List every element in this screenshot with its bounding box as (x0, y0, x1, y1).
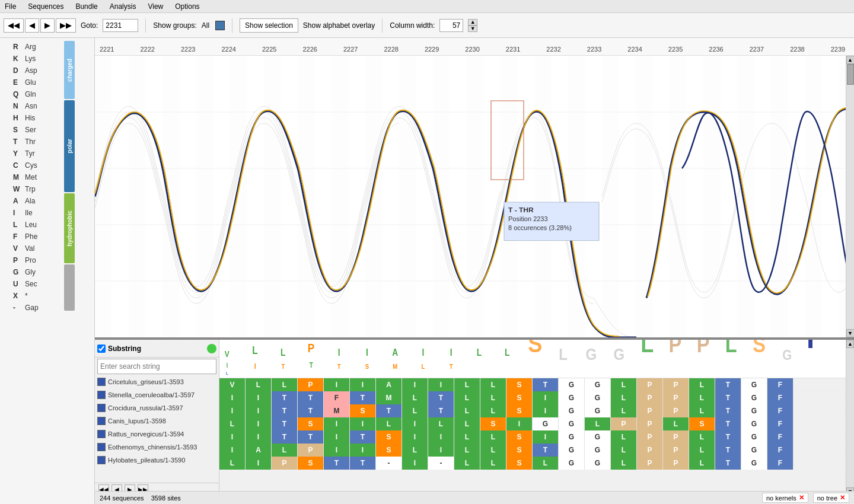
cell-5-20: G (741, 444, 767, 457)
cell-4-1: I (246, 430, 272, 444)
no-tree-button[interactable]: no tree ✕ (813, 493, 849, 503)
scroll-track[interactable] (846, 64, 855, 329)
bottom-scroll-up[interactable]: ▲ (846, 340, 854, 348)
amino-acid-sidebar: charged polar hydrophobic RArg KLys DAsp… (0, 38, 95, 504)
charged-group-bar: charged (64, 41, 75, 99)
cell-1-0: I (219, 391, 246, 404)
no-kernels-button[interactable]: no kernels ✕ (762, 493, 808, 503)
aa-name-X: * (25, 292, 28, 300)
aa-name-E: Glu (25, 78, 36, 87)
search-input-wrapper (95, 358, 219, 375)
aa-code-V: V (13, 244, 25, 253)
aa-name-gap: Gap (25, 304, 39, 312)
cell-1-17: P (663, 391, 689, 404)
scroll-up[interactable]: ▲ (846, 56, 855, 64)
menu-view[interactable]: View (145, 2, 165, 11)
show-alphabet-label[interactable]: Show alphabet overlay (303, 21, 375, 30)
seq-row-2[interactable]: Crocidura_russula/1-3597 (95, 401, 219, 414)
aa-legend: charged polar hydrophobic RArg KLys DAsp… (0, 38, 94, 504)
cell-5-19: T (715, 444, 741, 457)
seq-row-1[interactable]: Stenella_coeruleoalba/1-3597 (95, 388, 219, 401)
nav-prev[interactable]: ◀ (25, 18, 39, 33)
aa-name-Q: Gln (25, 90, 36, 98)
status-right: no kernels ✕ no tree ✕ (762, 493, 849, 503)
column-width-input[interactable] (439, 19, 463, 32)
seq-row-5[interactable]: Eothenomys_chinensis/1-3593 (95, 441, 219, 454)
cell-3-19: T (715, 417, 741, 430)
search-go-button[interactable] (207, 344, 216, 353)
aa-name-U: Sec (25, 280, 37, 288)
cell-0-4: I (324, 378, 350, 391)
menu-file[interactable]: File (2, 2, 18, 11)
menu-options[interactable]: Options (173, 2, 202, 11)
cell-0-17: P (663, 378, 689, 391)
svg-text:T: T (450, 363, 453, 370)
scroll-down[interactable]: ▼ (846, 329, 855, 337)
cell-2-6: T (376, 404, 402, 417)
bottom-right-scrollbar[interactable]: ▲ ▼ (846, 340, 854, 496)
aa-row-V: VVal (13, 243, 39, 254)
cell-4-15: L (611, 430, 637, 444)
cell-0-21: F (767, 378, 794, 391)
cell-6-15: L (611, 457, 637, 470)
aa-code-A: A (13, 197, 25, 205)
cell-6-2: P (272, 457, 298, 470)
cell-1-21: F (767, 391, 794, 404)
menu-sequences[interactable]: Sequences (26, 2, 66, 11)
data-grid[interactable]: V L L P I I A I I L L S T (219, 378, 846, 496)
bottom-right-panel: V I L L I L T P T I T (219, 340, 846, 496)
cell-5-2: L (272, 444, 298, 457)
grid-rows-container: V L L P I I A I I L L S T (219, 378, 846, 470)
seq-row-0[interactable]: Cricetulus_griseus/1-3593 (95, 375, 219, 388)
cell-2-11: S (506, 404, 533, 417)
aa-name-H: His (25, 114, 35, 122)
cell-0-7: I (402, 378, 428, 391)
cell-1-13: G (559, 391, 585, 404)
seq-row-3[interactable]: Canis_lupus/1-3598 (95, 414, 219, 428)
svg-text:L: L (477, 347, 482, 358)
search-checkbox[interactable] (97, 344, 106, 353)
bottom-scroll-track[interactable] (846, 348, 854, 487)
ruler-pos-13: 2234 (627, 46, 642, 53)
cell-0-12: T (533, 378, 559, 391)
aa-code-P: P (13, 256, 25, 264)
ruler-pos-6: 2227 (343, 46, 358, 53)
svg-text:V: V (225, 349, 230, 359)
svg-rect-2 (95, 56, 854, 337)
cell-0-0: V (219, 378, 246, 391)
aa-code-R: R (13, 43, 25, 51)
cell-5-5: I (350, 444, 376, 457)
spinner-down[interactable]: ▼ (468, 25, 477, 32)
cell-0-20: G (741, 378, 767, 391)
cell-4-8: I (428, 430, 454, 444)
sequence-list[interactable]: Cricetulus_griseus/1-3593 Stenella_coeru… (95, 375, 219, 483)
aa-name-Y: Tyr (25, 149, 35, 158)
aa-row-R: RArg (13, 41, 39, 53)
seq-row-6[interactable]: Hylobates_pileatus/1-3590 (95, 454, 219, 467)
svg-text:Position 2233: Position 2233 (508, 216, 548, 223)
menu-analysis[interactable]: Analysis (107, 2, 139, 11)
show-selection-button[interactable]: Show selection (240, 18, 298, 33)
menu-bundle[interactable]: Bundle (73, 2, 100, 11)
nav-last[interactable]: ▶▶ (56, 18, 76, 33)
goto-input[interactable] (103, 19, 138, 32)
cell-2-15: L (611, 404, 637, 417)
cell-4-3: T (298, 430, 324, 444)
nav-first[interactable]: ◀◀ (4, 18, 24, 33)
right-scrollbar[interactable]: ▲ ▼ (846, 56, 854, 337)
viz-panel[interactable]: 2221 2222 2223 2224 2225 2226 2227 2228 … (95, 38, 854, 339)
nav-next[interactable]: ▶ (40, 18, 55, 33)
svg-text:P: P (697, 340, 710, 358)
cell-5-11: S (506, 444, 533, 457)
waveform-area[interactable]: T - THR Position 2233 8 occurences (3.28… (95, 56, 854, 337)
cell-5-9: L (454, 444, 480, 457)
cell-3-17: L (663, 417, 689, 430)
search-input[interactable] (97, 359, 216, 374)
scroll-thumb[interactable] (847, 64, 854, 85)
seq-row-4[interactable]: Rattus_norvegicus/1-3594 (95, 428, 219, 441)
polar-label: polar (66, 139, 73, 153)
seq-name-4: Rattus_norvegicus/1-3594 (108, 430, 184, 438)
spinner-up[interactable]: ▲ (468, 19, 477, 25)
svg-text:I: I (254, 362, 256, 370)
groups-color-box[interactable] (215, 21, 225, 30)
